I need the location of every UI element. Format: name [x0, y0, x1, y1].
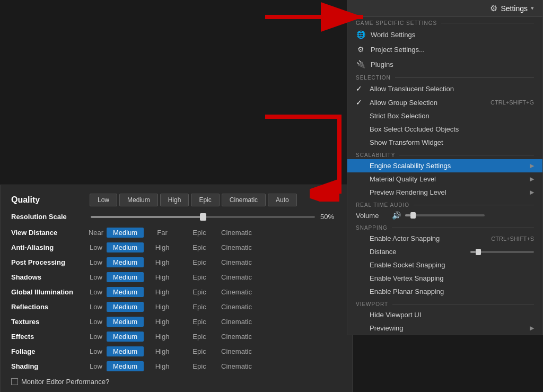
opt-epic[interactable]: Epic [181, 242, 218, 252]
opt-medium[interactable]: Medium [107, 228, 144, 238]
opt-medium[interactable]: Medium [107, 257, 144, 267]
opt-epic[interactable]: Epic [181, 287, 218, 297]
opt-epic[interactable]: Epic [181, 272, 218, 282]
quality-btn-high[interactable]: High [160, 194, 189, 206]
opt-epic[interactable]: Epic [181, 317, 218, 327]
menu-item-plugins[interactable]: 🔌 Plugins [347, 57, 542, 72]
quality-rows: View Distance Near Medium Far Epic Cinem… [11, 226, 341, 372]
shortcut-allow-group: CTRL+SHIFT+G [491, 99, 534, 106]
opt-medium[interactable]: Medium [107, 317, 144, 327]
menu-item-material-quality[interactable]: Material Quality Level ▶ [347, 172, 542, 186]
opt-cinematic[interactable]: Cinematic [218, 242, 255, 252]
opt-low[interactable]: Low [85, 287, 107, 297]
menu-item-world-settings[interactable]: 🌐 World Settings [347, 27, 542, 42]
menu-item-enable-socket-snapping[interactable]: Enable Socket Snapping [347, 258, 542, 272]
menu-item-preview-rendering[interactable]: Preview Rendering Level ▶ [347, 186, 542, 199]
opt-far[interactable]: Far [144, 228, 181, 238]
menu-item-previewing[interactable]: Previewing ▶ [347, 321, 542, 335]
row-options: Low Medium High Epic Cinematic [85, 242, 255, 252]
opt-medium[interactable]: Medium [107, 346, 144, 356]
settings-header[interactable]: ⚙ Settings ▾ [347, 0, 542, 17]
opt-medium[interactable]: Medium [107, 287, 144, 297]
section-label-selection: Selection [356, 75, 391, 81]
opt-medium[interactable]: Medium [107, 242, 144, 252]
world-icon: 🌐 [356, 30, 365, 39]
menu-item-allow-translucent[interactable]: ✓ Allow Translucent Selection [347, 82, 542, 95]
section-game-specific: Game Specific Settings [347, 17, 542, 27]
menu-item-project-settings[interactable]: ⚙ Project Settings... [347, 42, 542, 57]
opt-high[interactable]: High [144, 317, 181, 327]
menu-item-hide-viewport-ui[interactable]: Hide Viewport UI [347, 308, 542, 321]
menu-item-allow-group[interactable]: ✓ Allow Group Selection CTRL+SHIFT+G [347, 95, 542, 109]
opt-low[interactable]: Low [85, 272, 107, 282]
menu-item-show-transform[interactable]: Show Transform Widget [347, 136, 542, 149]
table-row: Anti-Aliasing Low Medium High Epic Cinem… [11, 241, 341, 254]
volume-icon: 🔊 [392, 211, 401, 220]
menu-item-engine-scalability[interactable]: Engine Scalability Settings ▶ [347, 159, 542, 172]
opt-cinematic[interactable]: Cinematic [218, 317, 255, 327]
opt-low[interactable]: Low [85, 302, 107, 312]
row-label-reflections: Reflections [11, 303, 85, 311]
menu-item-distance: Distance [347, 245, 542, 258]
opt-low[interactable]: Low [85, 361, 107, 371]
opt-epic[interactable]: Epic [181, 346, 218, 356]
opt-high[interactable]: High [144, 332, 181, 342]
opt-high[interactable]: High [144, 272, 181, 282]
enable-socket-snapping-label: Enable Socket Snapping [370, 261, 534, 269]
opt-low[interactable]: Low [85, 257, 107, 267]
opt-medium[interactable]: Medium [107, 302, 144, 312]
row-label-anti-aliasing: Anti-Aliasing [11, 243, 85, 251]
opt-cinematic[interactable]: Cinematic [218, 302, 255, 312]
opt-high[interactable]: High [144, 242, 181, 252]
gear-icon: ⚙ [490, 3, 497, 13]
distance-slider[interactable] [470, 251, 534, 253]
opt-low[interactable]: Low [85, 317, 107, 327]
menu-item-enable-planar-snapping[interactable]: Enable Planar Snapping [347, 285, 542, 298]
opt-medium[interactable]: Medium [107, 361, 144, 371]
resolution-slider[interactable] [91, 216, 315, 218]
quality-btn-epic[interactable]: Epic [191, 194, 219, 206]
opt-epic[interactable]: Epic [181, 257, 218, 267]
quality-btn-medium[interactable]: Medium [119, 194, 158, 206]
table-row: Textures Low Medium High Epic Cinematic [11, 315, 341, 328]
arrow-right-icon: ▶ [530, 325, 534, 332]
opt-low[interactable]: Low [85, 346, 107, 356]
opt-cinematic[interactable]: Cinematic [218, 361, 255, 371]
monitor-checkbox[interactable] [11, 378, 18, 385]
quality-btn-auto[interactable]: Auto [268, 194, 297, 206]
monitor-label: Monitor Editor Performance? [21, 378, 109, 386]
quality-btn-cinematic[interactable]: Cinematic [222, 194, 266, 206]
volume-slider[interactable] [405, 214, 485, 216]
opt-cinematic[interactable]: Cinematic [218, 287, 255, 297]
opt-epic[interactable]: Epic [181, 361, 218, 371]
opt-low[interactable]: Low [85, 332, 107, 342]
menu-item-strict-box[interactable]: Strict Box Selection [347, 109, 542, 123]
opt-high[interactable]: High [144, 257, 181, 267]
arrow-right-icon: ▶ [530, 162, 534, 169]
opt-cinematic[interactable]: Cinematic [218, 332, 255, 342]
row-options: Low Medium High Epic Cinematic [85, 346, 255, 356]
opt-high[interactable]: High [144, 361, 181, 371]
opt-cinematic[interactable]: Cinematic [218, 272, 255, 282]
opt-cinematic[interactable]: Cinematic [218, 228, 255, 238]
opt-cinematic[interactable]: Cinematic [218, 346, 255, 356]
settings-title: Settings [501, 4, 528, 13]
menu-item-enable-vertex-snapping[interactable]: Enable Vertex Snapping [347, 272, 542, 285]
opt-epic[interactable]: Epic [181, 332, 218, 342]
opt-medium[interactable]: Medium [107, 332, 144, 342]
menu-item-enable-actor-snapping[interactable]: Enable Actor Snapping CTRL+SHIFT+S [347, 232, 542, 245]
section-scalability: Scalability [347, 149, 542, 159]
row-label-foliage: Foliage [11, 347, 85, 355]
opt-epic[interactable]: Epic [181, 228, 218, 238]
opt-low[interactable]: Low [85, 242, 107, 252]
menu-item-box-select-occluded[interactable]: Box Select Occluded Objects [347, 123, 542, 136]
opt-high[interactable]: High [144, 302, 181, 312]
opt-high[interactable]: High [144, 287, 181, 297]
opt-high[interactable]: High [144, 346, 181, 356]
opt-medium[interactable]: Medium [107, 272, 144, 282]
quality-btn-low[interactable]: Low [90, 194, 117, 206]
opt-cinematic[interactable]: Cinematic [218, 257, 255, 267]
opt-epic[interactable]: Epic [181, 302, 218, 312]
opt-near[interactable]: Near [85, 228, 107, 238]
project-settings-label: Project Settings... [371, 46, 534, 54]
